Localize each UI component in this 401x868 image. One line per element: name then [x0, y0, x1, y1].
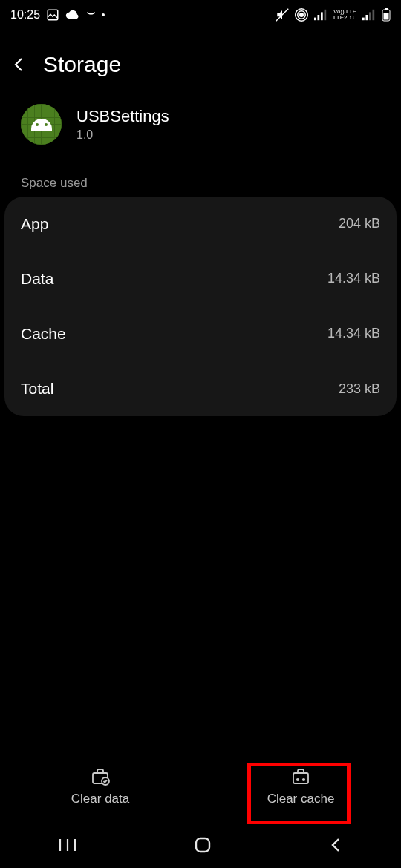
section-space-used: Space used — [0, 167, 401, 197]
svg-rect-5 — [314, 18, 316, 21]
app-info: USBSettings 1.0 — [0, 99, 401, 167]
more-dot-icon — [102, 13, 105, 16]
recents-icon[interactable] — [58, 838, 77, 852]
row-total: Total 233 kB — [21, 361, 380, 416]
row-label: Data — [21, 270, 53, 288]
row-label: Total — [21, 380, 53, 398]
row-value: 204 kB — [339, 216, 380, 231]
svg-rect-14 — [385, 8, 388, 10]
clear-data-button[interactable]: Clear data — [0, 751, 200, 822]
row-value: 14.34 kB — [327, 326, 380, 341]
row-value: 233 kB — [339, 381, 380, 397]
app-icon — [21, 104, 62, 145]
clock: 10:25 — [10, 8, 40, 22]
svg-rect-11 — [369, 12, 371, 20]
back-icon[interactable] — [10, 56, 28, 73]
signal-icon — [314, 9, 327, 21]
row-value: 14.34 kB — [327, 271, 380, 286]
page-title: Storage — [43, 52, 121, 77]
mute-icon — [276, 8, 289, 22]
row-app: App 204 kB — [21, 197, 380, 251]
image-icon — [46, 8, 59, 22]
svg-rect-15 — [384, 13, 389, 20]
row-label: App — [21, 215, 48, 233]
nav-back-icon[interactable] — [328, 837, 343, 853]
svg-rect-10 — [366, 15, 368, 20]
clear-data-label: Clear data — [71, 792, 129, 806]
highlight-box — [247, 763, 351, 824]
page-header: Storage — [0, 30, 401, 99]
storage-card: App 204 kB Data 14.34 kB Cache 14.34 kB … — [4, 197, 397, 416]
hotspot-icon — [295, 8, 308, 22]
signal2-icon — [362, 9, 376, 21]
lte-label: Vo)) LTELTE2 ↑↓ — [333, 9, 356, 21]
app-version: 1.0 — [76, 128, 169, 142]
svg-rect-12 — [373, 10, 375, 20]
svg-point-2 — [300, 13, 304, 17]
svg-rect-24 — [196, 838, 209, 852]
home-icon[interactable] — [193, 835, 212, 855]
cloud-icon — [65, 10, 80, 20]
system-navbar — [0, 822, 401, 868]
svg-rect-6 — [318, 15, 320, 20]
row-cache: Cache 14.34 kB — [21, 306, 380, 361]
row-data: Data 14.34 kB — [21, 251, 380, 306]
svg-rect-9 — [362, 18, 365, 21]
row-label: Cache — [21, 325, 66, 343]
battery-icon — [382, 8, 391, 22]
app-name: USBSettings — [76, 107, 169, 126]
status-bar: 10:25 ⌣ Vo)) LTELTE2 ↑↓ — [0, 0, 401, 30]
svg-rect-8 — [325, 10, 327, 20]
clear-data-icon — [90, 766, 111, 786]
svg-rect-7 — [321, 12, 323, 20]
